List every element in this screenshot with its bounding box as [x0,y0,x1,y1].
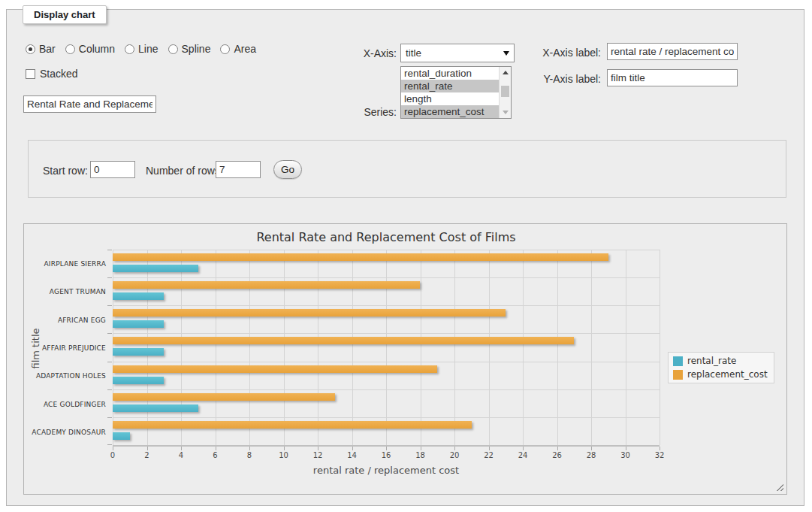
x-axis-label-caption: X-Axis label: [528,47,601,59]
x-tick-label: 0 [110,451,115,459]
bar-replacement_cost [113,337,574,344]
bar-rental_rate [113,265,198,272]
legend-label: replacement_cost [687,369,768,380]
x-tick-mark [626,447,626,450]
x-tick-label: 12 [313,451,323,459]
go-button[interactable]: Go [273,160,302,179]
start-row-input[interactable] [90,161,135,178]
chart-title-input[interactable] [23,95,156,113]
chart-type-option-column[interactable]: Column [65,43,115,55]
bar-replacement_cost [113,309,506,317]
gridline [113,333,660,334]
y-category-label: AIRPLANE SIERRA [44,260,106,268]
listbox-scrollbar[interactable] [499,67,511,118]
x-tick-label: 4 [179,451,183,459]
chart-type-option-bar[interactable]: Bar [26,43,56,55]
gridline [591,250,592,445]
series-option-length[interactable]: length [401,92,499,105]
x-tick-mark [113,447,113,450]
y-category-label: ADAPTATION HOLES [36,372,106,380]
y-tick-mark [107,277,112,278]
series-listbox[interactable]: rental_durationrental_ratelengthreplacem… [400,66,512,119]
x-tick-label: 6 [213,451,217,459]
chart-type-option-label: Column [79,43,115,55]
chart-type-option-area[interactable]: Area [220,43,256,55]
display-chart-panel: BarColumnLineSplineArea Stacked X-Axis: … [6,9,804,506]
legend-label: rental_rate [687,356,736,366]
x-axis-selected-value: title [406,47,421,59]
chart-type-option-line[interactable]: Line [125,43,158,55]
bar-rental_rate [113,377,164,384]
series-option-replacement_cost[interactable]: replacement_cost [401,105,499,118]
gridline [626,250,626,445]
gridline [113,250,660,250]
number-of-rows-input[interactable] [216,161,261,178]
legend-item-rental_rate[interactable]: rental_rate [673,356,768,366]
x-tick-mark [318,447,318,450]
bar-rental_rate [113,432,130,440]
x-tick-mark [489,447,490,450]
y-tick-mark [107,362,112,362]
bar-replacement_cost [113,281,420,289]
x-axis-title: rental rate / replacement cost [113,465,660,476]
y-category-label: ACE GOLDFINGER [44,401,106,408]
gridline [113,250,113,445]
chart-title: Rental Rate and Replacement Cost of Film… [113,230,660,244]
fieldset-legend: Display chart [23,5,107,24]
y-tick-mark [107,417,112,418]
bar-rental_rate [113,404,198,412]
x-tick-label: 2 [144,451,149,459]
series-option-rental_duration[interactable]: rental_duration [401,67,499,80]
x-tick-label: 20 [450,451,460,459]
scrollbar-thumb[interactable] [501,86,509,97]
x-tick-label: 28 [587,451,596,459]
gridline [249,250,250,445]
bar-replacement_cost [113,393,335,401]
chart-type-option-spline[interactable]: Spline [168,43,211,55]
series-listbox-label: Series: [329,106,397,118]
resize-handle-icon[interactable] [774,482,783,491]
y-tick-mark [107,444,112,445]
plot-area [113,250,660,447]
gridline [421,250,421,445]
chart-type-option-label: Area [234,43,256,55]
x-axis-label-input[interactable] [607,43,738,60]
chart-type-option-label: Bar [39,43,56,55]
y-tick-mark [107,250,112,250]
bar-rental_rate [113,348,164,356]
y-tick-mark [107,333,112,334]
x-tick-mark [386,447,387,450]
x-axis-select[interactable]: title [400,44,515,62]
scroll-up-icon[interactable] [500,67,511,78]
y-axis-label-input[interactable] [607,69,738,86]
gridline [147,250,148,445]
series-option-rental_rate[interactable]: rental_rate [401,80,499,92]
gridline [113,305,660,306]
gridline [181,250,182,445]
chart-container: Rental Rate and Replacement Cost of Film… [23,223,787,495]
y-category-label: AFRICAN EGG [58,317,106,324]
bar-rental_rate [113,292,164,300]
y-category-label: AGENT TRUMAN [50,288,106,295]
gridline [386,250,387,445]
radio-icon[interactable] [168,44,178,54]
legend-swatch-icon [673,356,683,366]
radio-icon[interactable] [125,44,134,54]
chevron-down-icon [503,51,509,56]
stacked-option[interactable]: Stacked [26,68,78,80]
radio-icon[interactable] [65,44,75,54]
bar-rental_rate [113,320,164,328]
radio-icon[interactable] [220,44,230,54]
legend-item-replacement_cost[interactable]: replacement_cost [673,369,768,380]
start-row-label: Start row: [43,165,95,177]
scroll-down-icon[interactable] [500,107,511,118]
stacked-checkbox[interactable] [26,69,35,79]
gridline [113,277,660,278]
x-tick-mark [352,447,353,450]
x-tick-mark [284,447,285,450]
y-category-label: ACADEMY DINOSAUR [32,429,106,436]
x-tick-label: 18 [415,451,425,459]
radio-icon[interactable] [26,44,35,54]
gridline [216,250,216,445]
gridline [113,389,660,390]
